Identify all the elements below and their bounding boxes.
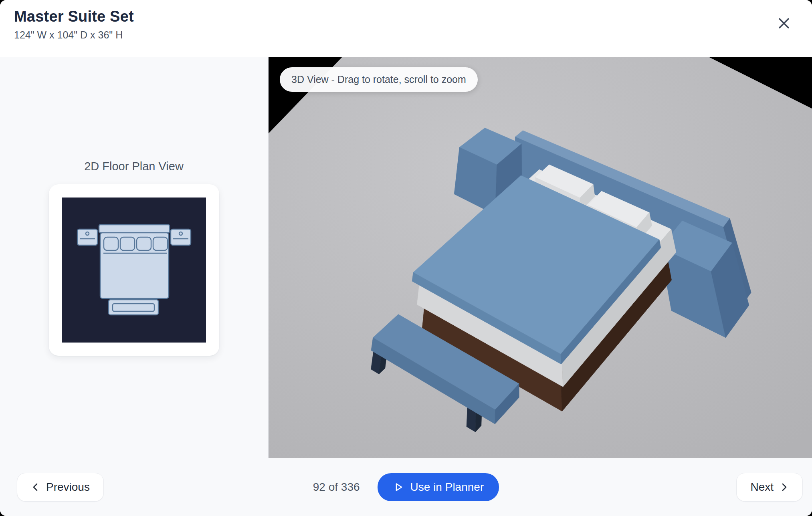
viewer-3d-canvas[interactable]: 3D View - Drag to rotate, scroll to zoom	[269, 57, 812, 458]
plan-pillow	[153, 237, 168, 250]
chevron-left-icon	[31, 482, 40, 492]
plan-pillow	[104, 237, 118, 250]
modal-body: 2D Floor Plan View	[0, 57, 812, 458]
previous-label: Previous	[46, 481, 90, 494]
footer-center: 92 of 336 Use in Planner	[313, 473, 499, 501]
page-title: Master Suite Set	[14, 8, 812, 25]
next-button[interactable]: Next	[736, 473, 803, 502]
modal-footer: Previous 92 of 336 Use in Planner Next	[0, 458, 812, 516]
use-in-planner-button[interactable]: Use in Planner	[378, 473, 499, 501]
floor-plan-panel: 2D Floor Plan View	[0, 57, 269, 458]
furniture-preview-modal: Master Suite Set 124" W x 104" D x 36" H…	[0, 0, 812, 516]
plan-bench	[109, 300, 158, 315]
play-icon	[393, 482, 404, 493]
next-label: Next	[750, 481, 774, 494]
item-counter: 92 of 336	[313, 481, 360, 494]
modal-header: Master Suite Set 124" W x 104" D x 36" H	[0, 0, 812, 57]
close-icon	[777, 16, 791, 30]
floor-plan-card	[49, 184, 219, 356]
previous-button[interactable]: Previous	[17, 473, 104, 502]
chevron-right-icon	[779, 482, 789, 492]
close-button[interactable]	[774, 13, 794, 34]
plan-pillow	[137, 237, 151, 250]
item-dimensions: 124" W x 104" D x 36" H	[14, 29, 812, 41]
use-in-planner-label: Use in Planner	[410, 481, 484, 494]
floor-plan-label: 2D Floor Plan View	[84, 160, 184, 173]
viewer-tooltip: 3D View - Drag to rotate, scroll to zoom	[280, 67, 478, 92]
plan-pillow	[120, 237, 135, 250]
floor-plan-thumbnail	[62, 198, 206, 343]
bed-3d-model	[269, 57, 812, 458]
plan-headboard	[99, 225, 170, 233]
